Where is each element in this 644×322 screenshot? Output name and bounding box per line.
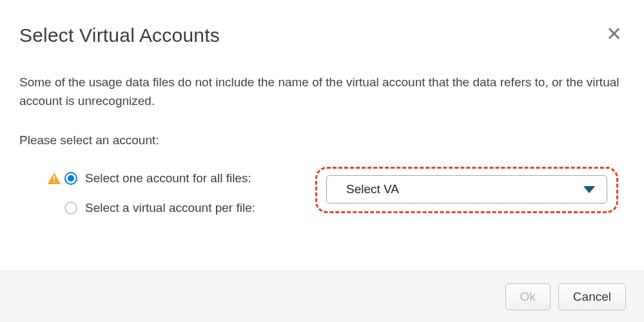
dialog-description: Some of the usage data files do not incl… bbox=[19, 73, 625, 110]
dialog-body: Select Virtual Accounts ✕ Some of the us… bbox=[0, 0, 644, 270]
select-va-placeholder: Select VA bbox=[346, 182, 399, 196]
option-one-for-all-row[interactable]: Select one account for all files: bbox=[19, 167, 296, 190]
dialog-prompt: Please select an account: bbox=[19, 133, 625, 147]
option-one-for-all-label: Select one account for all files: bbox=[85, 171, 251, 185]
options-area: Select one account for all files: Select… bbox=[19, 167, 625, 220]
select-virtual-accounts-dialog: Select Virtual Accounts ✕ Some of the us… bbox=[0, 0, 644, 322]
caret-down-icon bbox=[583, 186, 595, 193]
option-per-file-label: Select a virtual account per file: bbox=[85, 201, 255, 215]
radio-per-file[interactable] bbox=[64, 202, 77, 214]
select-va-dropdown[interactable]: Select VA bbox=[326, 175, 607, 204]
radio-one-for-all[interactable] bbox=[64, 172, 77, 185]
svg-rect-1 bbox=[54, 176, 55, 180]
dropdown-column: Select VA bbox=[296, 167, 625, 213]
options-column: Select one account for all files: Select… bbox=[19, 167, 296, 220]
ok-button[interactable]: Ok bbox=[505, 283, 551, 310]
dialog-header: Select Virtual Accounts ✕ bbox=[19, 24, 625, 46]
warning-icon bbox=[48, 173, 61, 184]
highlight-annotation: Select VA bbox=[315, 167, 618, 213]
svg-rect-2 bbox=[54, 182, 55, 183]
close-icon[interactable]: ✕ bbox=[603, 24, 625, 44]
dialog-title: Select Virtual Accounts bbox=[19, 24, 220, 46]
dialog-footer: Ok Cancel bbox=[0, 270, 644, 322]
cancel-button[interactable]: Cancel bbox=[558, 283, 626, 310]
option-per-file-row[interactable]: Select a virtual account per file: bbox=[19, 196, 296, 220]
